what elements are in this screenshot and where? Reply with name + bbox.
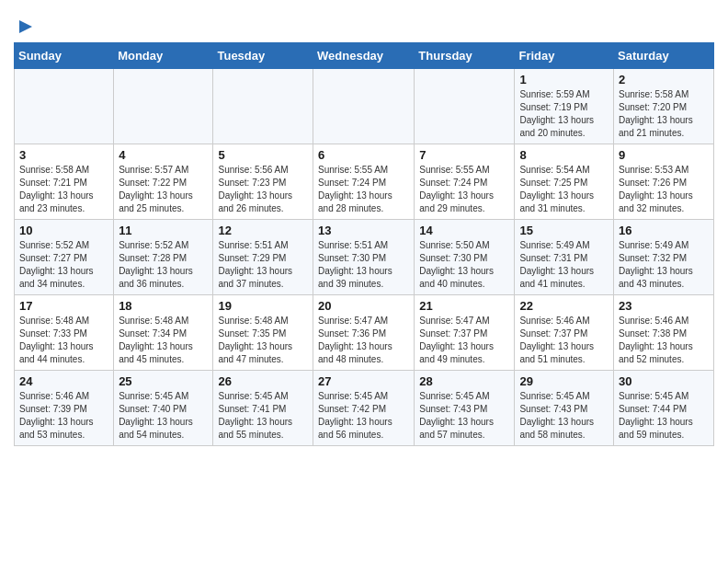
day-detail: Sunrise: 5:45 AM Sunset: 7:43 PM Dayligh…	[419, 390, 509, 442]
calendar-cell: 9Sunrise: 5:53 AM Sunset: 7:26 PM Daylig…	[614, 144, 714, 220]
day-number: 26	[218, 374, 308, 388]
day-number: 24	[19, 374, 108, 388]
calendar-cell: 4Sunrise: 5:57 AM Sunset: 7:22 PM Daylig…	[114, 144, 213, 220]
calendar-cell: 26Sunrise: 5:45 AM Sunset: 7:41 PM Dayli…	[213, 371, 313, 446]
calendar-cell	[313, 69, 415, 144]
day-number: 12	[218, 224, 308, 237]
calendar-cell: 15Sunrise: 5:49 AM Sunset: 7:31 PM Dayli…	[515, 220, 614, 295]
day-number: 27	[318, 374, 409, 388]
calendar-cell: 3Sunrise: 5:58 AM Sunset: 7:21 PM Daylig…	[15, 144, 114, 220]
day-number: 21	[419, 299, 509, 313]
calendar-cell: 10Sunrise: 5:52 AM Sunset: 7:27 PM Dayli…	[15, 220, 114, 295]
calendar-cell: 30Sunrise: 5:45 AM Sunset: 7:44 PM Dayli…	[614, 371, 714, 446]
day-detail: Sunrise: 5:52 AM Sunset: 7:28 PM Dayligh…	[119, 239, 208, 291]
logo-arrow-icon	[16, 17, 36, 37]
calendar-body: 1Sunrise: 5:59 AM Sunset: 7:19 PM Daylig…	[15, 69, 714, 446]
weekday-header: Friday	[515, 43, 614, 69]
day-detail: Sunrise: 5:47 AM Sunset: 7:36 PM Dayligh…	[318, 315, 409, 366]
day-detail: Sunrise: 5:49 AM Sunset: 7:32 PM Dayligh…	[619, 239, 709, 291]
day-detail: Sunrise: 5:45 AM Sunset: 7:41 PM Dayligh…	[218, 390, 308, 442]
day-number: 18	[119, 299, 208, 313]
day-number: 8	[519, 148, 609, 162]
day-detail: Sunrise: 5:55 AM Sunset: 7:24 PM Dayligh…	[419, 164, 509, 215]
calendar-cell: 17Sunrise: 5:48 AM Sunset: 7:33 PM Dayli…	[15, 295, 114, 371]
day-detail: Sunrise: 5:46 AM Sunset: 7:38 PM Dayligh…	[619, 315, 709, 366]
calendar-cell: 8Sunrise: 5:54 AM Sunset: 7:25 PM Daylig…	[515, 144, 614, 220]
day-number: 5	[218, 148, 308, 162]
weekday-header: Tuesday	[213, 43, 313, 69]
day-number: 3	[19, 148, 108, 162]
day-number: 13	[318, 224, 409, 237]
weekday-row: SundayMondayTuesdayWednesdayThursdayFrid…	[15, 43, 714, 69]
calendar-cell: 13Sunrise: 5:51 AM Sunset: 7:30 PM Dayli…	[313, 220, 415, 295]
day-detail: Sunrise: 5:54 AM Sunset: 7:25 PM Dayligh…	[519, 164, 609, 215]
day-detail: Sunrise: 5:47 AM Sunset: 7:37 PM Dayligh…	[419, 315, 509, 366]
day-number: 14	[419, 224, 509, 237]
calendar-cell	[15, 69, 114, 144]
day-number: 25	[119, 374, 208, 388]
day-number: 11	[119, 224, 208, 237]
day-number: 23	[619, 299, 709, 313]
calendar-cell: 12Sunrise: 5:51 AM Sunset: 7:29 PM Dayli…	[213, 220, 313, 295]
calendar-cell: 16Sunrise: 5:49 AM Sunset: 7:32 PM Dayli…	[614, 220, 714, 295]
calendar-cell: 22Sunrise: 5:46 AM Sunset: 7:37 PM Dayli…	[515, 295, 614, 371]
calendar-week-row: 1Sunrise: 5:59 AM Sunset: 7:19 PM Daylig…	[15, 69, 714, 144]
calendar-cell: 2Sunrise: 5:58 AM Sunset: 7:20 PM Daylig…	[614, 69, 714, 144]
day-detail: Sunrise: 5:51 AM Sunset: 7:29 PM Dayligh…	[218, 239, 308, 291]
svg-marker-0	[19, 20, 32, 33]
calendar-week-row: 3Sunrise: 5:58 AM Sunset: 7:21 PM Daylig…	[15, 144, 714, 220]
day-number: 20	[318, 299, 409, 313]
calendar-header: SundayMondayTuesdayWednesdayThursdayFrid…	[15, 43, 714, 69]
day-number: 1	[519, 73, 609, 86]
calendar-week-row: 24Sunrise: 5:46 AM Sunset: 7:39 PM Dayli…	[15, 371, 714, 446]
calendar-cell	[415, 69, 515, 144]
calendar-cell: 19Sunrise: 5:48 AM Sunset: 7:35 PM Dayli…	[213, 295, 313, 371]
calendar-cell: 25Sunrise: 5:45 AM Sunset: 7:40 PM Dayli…	[114, 371, 213, 446]
day-detail: Sunrise: 5:48 AM Sunset: 7:35 PM Dayligh…	[218, 315, 308, 366]
day-detail: Sunrise: 5:52 AM Sunset: 7:27 PM Dayligh…	[19, 239, 108, 291]
day-detail: Sunrise: 5:48 AM Sunset: 7:33 PM Dayligh…	[19, 315, 108, 366]
calendar-cell: 6Sunrise: 5:55 AM Sunset: 7:24 PM Daylig…	[313, 144, 415, 220]
calendar-cell: 20Sunrise: 5:47 AM Sunset: 7:36 PM Dayli…	[313, 295, 415, 371]
day-detail: Sunrise: 5:49 AM Sunset: 7:31 PM Dayligh…	[519, 239, 609, 291]
calendar: SundayMondayTuesdayWednesdayThursdayFrid…	[14, 42, 714, 446]
calendar-cell: 28Sunrise: 5:45 AM Sunset: 7:43 PM Dayli…	[415, 371, 515, 446]
calendar-cell: 23Sunrise: 5:46 AM Sunset: 7:38 PM Dayli…	[614, 295, 714, 371]
calendar-cell: 18Sunrise: 5:48 AM Sunset: 7:34 PM Dayli…	[114, 295, 213, 371]
day-detail: Sunrise: 5:56 AM Sunset: 7:23 PM Dayligh…	[218, 164, 308, 215]
day-detail: Sunrise: 5:58 AM Sunset: 7:21 PM Dayligh…	[19, 164, 108, 215]
day-detail: Sunrise: 5:46 AM Sunset: 7:39 PM Dayligh…	[19, 390, 108, 442]
day-detail: Sunrise: 5:45 AM Sunset: 7:42 PM Dayligh…	[318, 390, 409, 442]
calendar-cell: 5Sunrise: 5:56 AM Sunset: 7:23 PM Daylig…	[213, 144, 313, 220]
calendar-week-row: 10Sunrise: 5:52 AM Sunset: 7:27 PM Dayli…	[15, 220, 714, 295]
day-number: 28	[419, 374, 509, 388]
day-detail: Sunrise: 5:53 AM Sunset: 7:26 PM Dayligh…	[619, 164, 709, 215]
day-detail: Sunrise: 5:45 AM Sunset: 7:44 PM Dayligh…	[619, 390, 709, 442]
calendar-cell: 29Sunrise: 5:45 AM Sunset: 7:43 PM Dayli…	[515, 371, 614, 446]
logo-text	[14, 17, 36, 37]
weekday-header: Wednesday	[313, 43, 415, 69]
day-number: 15	[519, 224, 609, 237]
day-detail: Sunrise: 5:48 AM Sunset: 7:34 PM Dayligh…	[119, 315, 208, 366]
day-number: 22	[519, 299, 609, 313]
day-number: 19	[218, 299, 308, 313]
day-number: 6	[318, 148, 409, 162]
day-number: 2	[619, 73, 709, 86]
calendar-cell: 14Sunrise: 5:50 AM Sunset: 7:30 PM Dayli…	[415, 220, 515, 295]
calendar-cell	[114, 69, 213, 144]
weekday-header: Saturday	[614, 43, 714, 69]
weekday-header: Sunday	[15, 43, 114, 69]
calendar-cell	[213, 69, 313, 144]
day-detail: Sunrise: 5:50 AM Sunset: 7:30 PM Dayligh…	[419, 239, 509, 291]
day-number: 17	[19, 299, 108, 313]
day-number: 7	[419, 148, 509, 162]
day-number: 9	[619, 148, 709, 162]
day-detail: Sunrise: 5:45 AM Sunset: 7:40 PM Dayligh…	[119, 390, 208, 442]
day-detail: Sunrise: 5:46 AM Sunset: 7:37 PM Dayligh…	[519, 315, 609, 366]
calendar-cell: 1Sunrise: 5:59 AM Sunset: 7:19 PM Daylig…	[515, 69, 614, 144]
day-detail: Sunrise: 5:51 AM Sunset: 7:30 PM Dayligh…	[318, 239, 409, 291]
calendar-cell: 24Sunrise: 5:46 AM Sunset: 7:39 PM Dayli…	[15, 371, 114, 446]
day-number: 30	[619, 374, 709, 388]
weekday-header: Monday	[114, 43, 213, 69]
weekday-header: Thursday	[415, 43, 515, 69]
